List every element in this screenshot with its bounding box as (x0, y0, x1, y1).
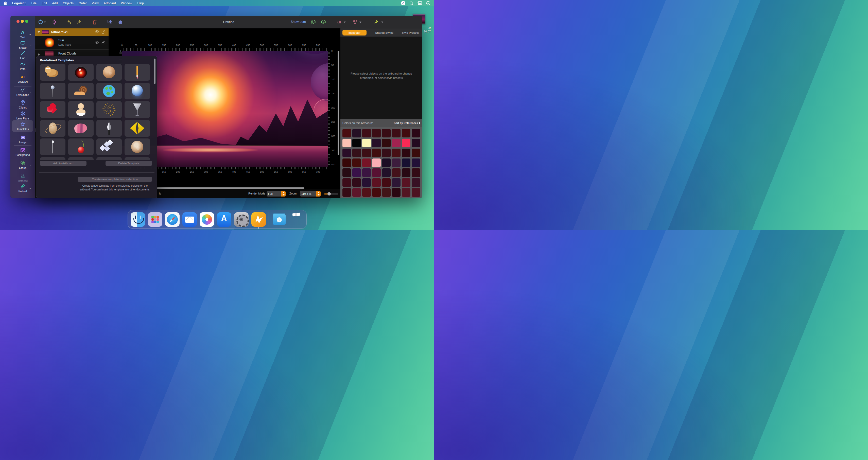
chevron-down-icon[interactable] (29, 45, 31, 46)
color-swatch-13[interactable] (382, 139, 391, 147)
safari-dock-icon[interactable] (165, 212, 180, 227)
color-swatch-16[interactable] (412, 139, 420, 147)
photos-dock-icon[interactable] (199, 212, 214, 227)
menu-item-edit[interactable]: Edit (39, 2, 50, 5)
visibility-eye-icon[interactable] (95, 41, 99, 45)
chevron-down-icon[interactable] (29, 34, 31, 35)
trash-dock-icon[interactable] (289, 212, 304, 227)
create-template-button[interactable]: Create new template from selection (78, 177, 152, 182)
template-snail[interactable] (68, 83, 94, 99)
render-mode-select[interactable]: Full (267, 191, 286, 197)
template-partial-3[interactable] (96, 157, 122, 161)
menu-item-view[interactable]: View (89, 2, 101, 5)
sidebar-tool-templates[interactable]: Templates (12, 120, 33, 132)
zoom-select[interactable]: 110.4 % (300, 191, 321, 197)
chevron-down-icon[interactable] (360, 22, 362, 23)
color-swatch-19[interactable] (362, 149, 371, 157)
system-settings-dock-icon[interactable] (234, 212, 249, 227)
template-saturn[interactable] (40, 120, 65, 137)
disclosure-triangle-icon[interactable] (37, 31, 40, 33)
template-pencil[interactable] (125, 64, 150, 80)
stepper-icon[interactable] (281, 191, 286, 197)
visibility-eye-icon[interactable] (95, 30, 99, 34)
menu-item-window[interactable]: Window (119, 2, 135, 5)
color-swatch-51[interactable] (362, 188, 371, 197)
color-swatch-36[interactable] (372, 168, 381, 177)
chevron-down-icon[interactable] (381, 22, 383, 23)
color-swatch-32[interactable] (412, 159, 420, 167)
color-swatch-50[interactable] (352, 188, 361, 197)
sidebar-tool-lens-flare[interactable]: Lens Flare (10, 110, 35, 120)
template-cubes[interactable] (96, 138, 122, 155)
add-to-artboard-button[interactable]: Add to Artboard (40, 161, 87, 166)
popover-scrollbar[interactable] (154, 59, 155, 84)
zoom-window-button[interactable] (25, 20, 28, 23)
color-swatch-12[interactable] (372, 139, 381, 147)
app-badge-icon[interactable] (401, 1, 405, 5)
color-swatch-49[interactable] (342, 188, 351, 197)
color-swatch-48[interactable] (412, 178, 420, 187)
color-swatch-30[interactable] (392, 159, 401, 167)
horizontal-scrollbar[interactable] (157, 187, 304, 189)
menu-item-order[interactable]: Order (76, 2, 89, 5)
sort-by-references-control[interactable]: Sort by References (394, 122, 420, 125)
template-martini-glass[interactable] (125, 101, 150, 118)
color-swatch-41[interactable] (342, 178, 351, 187)
color-swatch-34[interactable] (352, 168, 361, 177)
color-swatch-35[interactable] (362, 168, 371, 177)
color-swatch-45[interactable] (382, 178, 391, 187)
sidebar-tool-group[interactable]: Group (10, 160, 35, 169)
desktop-screenshot-label[interactable]: ot 16.07 (424, 26, 431, 33)
color-swatch-39[interactable] (402, 168, 410, 177)
palette-adjust-icon[interactable]: +/- (321, 19, 326, 25)
search-icon[interactable] (409, 1, 413, 5)
color-swatch-17[interactable] (342, 149, 351, 157)
wave-circle-icon[interactable] (426, 1, 430, 5)
menu-item-artboard[interactable]: Artboard (101, 2, 119, 5)
template-earth[interactable] (96, 83, 122, 99)
color-swatch-53[interactable] (382, 188, 391, 197)
sidebar-tool-shape[interactable]: Shape (10, 40, 35, 49)
layer-row-sun[interactable]: Sun Lens Flare (35, 36, 108, 50)
color-swatch-37[interactable] (382, 168, 391, 177)
disclosure-triangle-icon[interactable] (38, 53, 40, 56)
vertical-scrollbar[interactable] (338, 51, 339, 155)
template-firework[interactable] (96, 101, 122, 118)
lock-icon[interactable] (101, 41, 105, 45)
template-baby[interactable] (68, 101, 94, 118)
chevron-down-icon[interactable] (29, 92, 31, 93)
color-swatch-1[interactable] (342, 129, 351, 137)
color-swatch-31[interactable] (402, 159, 410, 167)
layer-row-artboard[interactable]: Artboard #1 (35, 28, 108, 36)
downloads-dock-icon[interactable] (272, 212, 286, 227)
color-swatch-9[interactable] (342, 139, 351, 147)
stepper-icon[interactable] (316, 191, 321, 197)
arrangement-icon[interactable] (352, 19, 358, 25)
menu-item-help[interactable]: Help (135, 2, 146, 5)
color-swatch-33[interactable] (342, 168, 351, 177)
color-swatch-40[interactable] (412, 168, 420, 177)
color-swatch-21[interactable] (382, 149, 391, 157)
sidebar-tool-liveshape[interactable]: LiveShape (10, 87, 35, 96)
share-icon[interactable] (374, 19, 379, 25)
app-store-dock-icon[interactable] (217, 212, 231, 227)
color-swatch-20[interactable] (372, 149, 381, 157)
menu-app-name[interactable]: Logoist 5 (10, 2, 29, 5)
tab-style-presets[interactable]: Style Presets (398, 30, 422, 35)
color-swatch-23[interactable] (402, 149, 410, 157)
color-swatch-8[interactable] (412, 129, 420, 137)
showroom-link[interactable]: Showroom (291, 20, 306, 24)
template-planet[interactable] (96, 64, 122, 80)
mail-dock-icon[interactable] (182, 212, 197, 227)
template-partial-1[interactable] (40, 157, 65, 161)
lock-icon[interactable] (101, 30, 105, 34)
color-swatch-7[interactable] (402, 129, 410, 137)
zoom-slider-knob[interactable] (328, 192, 331, 196)
finder-dock-icon[interactable] (131, 212, 145, 227)
color-swatch-44[interactable] (372, 178, 381, 187)
delete-template-button[interactable]: Delete Template (105, 161, 152, 166)
menu-item-file[interactable]: File (29, 2, 39, 5)
color-swatch-54[interactable] (392, 188, 401, 197)
template-pushpin[interactable] (40, 83, 65, 99)
color-swatch-3[interactable] (362, 129, 371, 137)
